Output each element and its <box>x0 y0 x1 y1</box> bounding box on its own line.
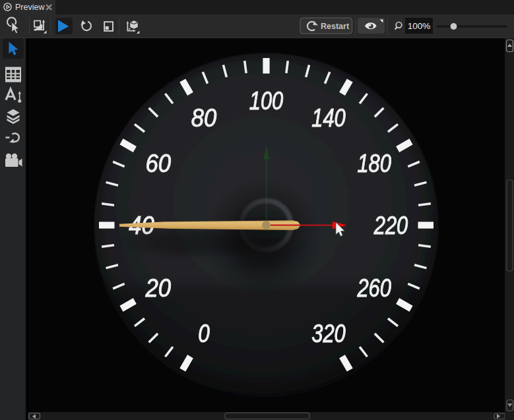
svg-text:80: 80 <box>191 104 217 132</box>
svg-text:320: 320 <box>311 319 346 347</box>
svg-text:100: 100 <box>249 86 284 115</box>
svg-text:20: 20 <box>145 274 172 302</box>
svg-text:140: 140 <box>311 104 346 132</box>
svg-text:260: 260 <box>357 274 392 302</box>
svg-text:220: 220 <box>373 211 408 239</box>
svg-text:0: 0 <box>198 319 210 347</box>
svg-text:Restart: Restart <box>321 22 350 31</box>
svg-text:180: 180 <box>357 149 391 177</box>
svg-text:60: 60 <box>146 149 172 177</box>
svg-text:100%: 100% <box>408 21 431 31</box>
